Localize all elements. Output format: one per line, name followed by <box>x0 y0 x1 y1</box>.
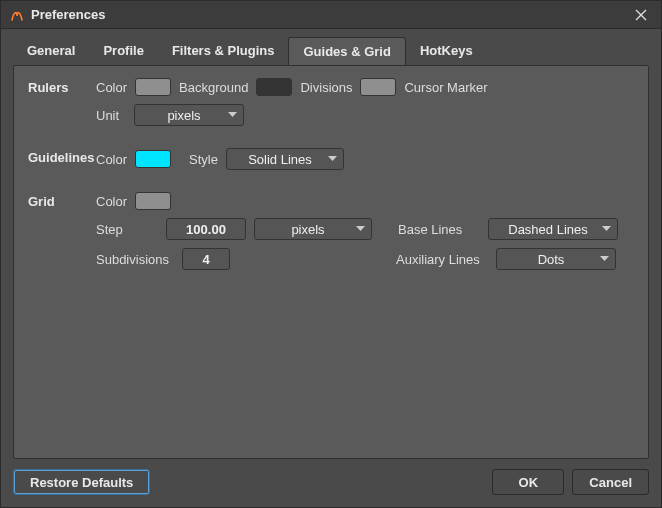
chevron-down-icon <box>328 156 337 162</box>
guidelines-color-swatch[interactable] <box>135 150 171 168</box>
dialog-footer: Restore Defaults OK Cancel <box>1 459 661 507</box>
grid-subdivisions-input[interactable]: 4 <box>182 248 230 270</box>
guidelines-style-label: Style <box>189 152 218 167</box>
tab-general[interactable]: General <box>13 37 89 66</box>
grid-auxlines-label: Auxiliary Lines <box>396 252 488 267</box>
restore-defaults-button[interactable]: Restore Defaults <box>13 469 150 495</box>
rulers-color-label: Color <box>96 80 127 95</box>
rulers-unit-select[interactable]: pixels <box>134 104 244 126</box>
close-button[interactable] <box>629 3 653 27</box>
grid-color-swatch[interactable] <box>135 192 171 210</box>
grid-subdivisions-label: Subdivisions <box>96 252 174 267</box>
grid-subdivisions-value: 4 <box>202 252 209 267</box>
grid-step-label: Step <box>96 222 158 237</box>
rulers-background-label: Background <box>179 80 248 95</box>
tab-profile[interactable]: Profile <box>89 37 157 66</box>
section-grid: Grid Color Step 100.00 pixels Base Lines <box>28 192 634 278</box>
grid-step-unit-value: pixels <box>291 222 324 237</box>
rulers-color-swatch[interactable] <box>135 78 171 96</box>
tab-filters[interactable]: Filters & Plugins <box>158 37 289 66</box>
rulers-cursor-marker-label: Cursor Marker <box>404 80 487 95</box>
preferences-window: Preferences General Profile Filters & Pl… <box>0 0 662 508</box>
tab-bar: General Profile Filters & Plugins Guides… <box>1 29 661 66</box>
chevron-down-icon <box>602 226 611 232</box>
chevron-down-icon <box>600 256 609 262</box>
section-rulers: Rulers Color Background Divisions Cursor… <box>28 78 634 134</box>
section-heading-guidelines: Guidelines <box>28 148 96 178</box>
rulers-background-swatch[interactable] <box>256 78 292 96</box>
section-heading-rulers: Rulers <box>28 78 96 134</box>
grid-baselines-label: Base Lines <box>398 222 480 237</box>
grid-color-label: Color <box>96 194 127 209</box>
section-heading-grid: Grid <box>28 192 96 278</box>
tab-guides-grid[interactable]: Guides & Grid <box>288 37 405 66</box>
guidelines-style-select[interactable]: Solid Lines <box>226 148 344 170</box>
grid-baselines-select[interactable]: Dashed Lines <box>488 218 618 240</box>
chevron-down-icon <box>228 112 237 118</box>
section-guidelines: Guidelines Color Style Solid Lines <box>28 148 634 178</box>
ok-button[interactable]: OK <box>492 469 564 495</box>
tab-panel-guides-grid: Rulers Color Background Divisions Cursor… <box>13 65 649 459</box>
cancel-button[interactable]: Cancel <box>572 469 649 495</box>
guidelines-color-label: Color <box>96 152 127 167</box>
grid-auxlines-value: Dots <box>538 252 565 267</box>
titlebar: Preferences <box>1 1 661 29</box>
app-icon <box>9 7 25 23</box>
grid-step-value: 100.00 <box>186 222 226 237</box>
window-title: Preferences <box>31 7 629 22</box>
grid-step-unit-select[interactable]: pixels <box>254 218 372 240</box>
chevron-down-icon <box>356 226 365 232</box>
grid-auxlines-select[interactable]: Dots <box>496 248 616 270</box>
rulers-unit-label: Unit <box>96 108 126 123</box>
tab-hotkeys[interactable]: HotKeys <box>406 37 487 66</box>
rulers-divisions-swatch[interactable] <box>360 78 396 96</box>
rulers-divisions-label: Divisions <box>300 80 352 95</box>
grid-baselines-value: Dashed Lines <box>508 222 588 237</box>
guidelines-style-value: Solid Lines <box>248 152 312 167</box>
rulers-unit-value: pixels <box>167 108 200 123</box>
grid-step-input[interactable]: 100.00 <box>166 218 246 240</box>
